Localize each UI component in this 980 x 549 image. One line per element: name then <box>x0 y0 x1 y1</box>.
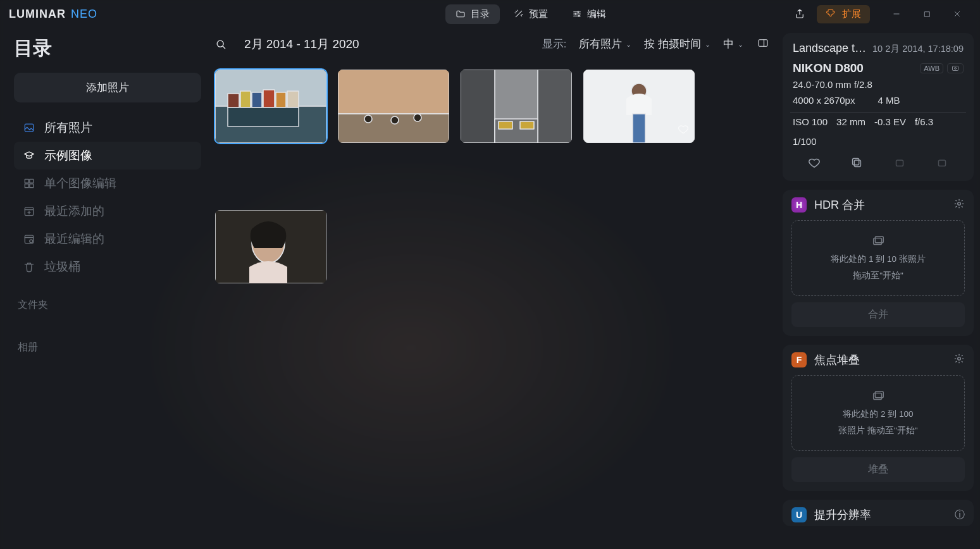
file-size: 4 MB <box>878 95 900 106</box>
white-balance-badge: AWB <box>920 63 943 73</box>
show-filter-dropdown[interactable]: 所有照片⌄ <box>579 37 631 51</box>
window-minimize[interactable] <box>883 4 910 23</box>
sidebar-item-single-edits[interactable]: 单个图像编辑 <box>14 170 201 197</box>
svg-rect-44 <box>939 160 946 166</box>
sidebar-section-albums[interactable]: 相册 <box>18 341 201 354</box>
focus-stack-button[interactable]: 堆叠 <box>791 457 965 482</box>
add-photos-button[interactable]: 添加照片 <box>14 73 201 102</box>
heart-icon[interactable] <box>677 123 690 138</box>
exif-aperture: f/6.3 <box>915 116 933 127</box>
thumb-size-dropdown[interactable]: 中⌄ <box>723 37 743 51</box>
focus-settings-button[interactable] <box>953 353 965 367</box>
sort-dropdown[interactable]: 按 拍摄时间⌄ <box>644 37 710 51</box>
lens-info: 24.0-70.0 mm f/2.8 <box>793 79 964 90</box>
svg-point-11 <box>30 240 33 243</box>
file-name: Landscape tutorial <box>793 42 867 55</box>
content-toolbar: 2月 2014 - 11月 2020 显示: 所有照片⌄ 按 拍摄时间⌄ 中⌄ <box>209 28 779 61</box>
svg-rect-29 <box>461 70 495 143</box>
hdr-merge-button[interactable]: 合并 <box>791 302 965 327</box>
panel-icon <box>756 37 770 49</box>
rotate-right-button[interactable] <box>935 156 949 172</box>
rotate-left-icon <box>893 156 907 170</box>
mode-tabs: 目录 预置 编辑 <box>445 4 616 24</box>
info-icon[interactable]: ⓘ <box>955 509 965 522</box>
focus-stack-panel: F 焦点堆叠 将此处的 2 到 100 张照片 拖动至"开始" 堆叠 <box>783 345 974 491</box>
tab-catalog[interactable]: 目录 <box>445 4 500 24</box>
tab-edit[interactable]: 编辑 <box>562 4 616 24</box>
window-close[interactable] <box>943 4 971 23</box>
thumbnail[interactable] <box>215 210 326 283</box>
date-range: 2月 2014 - 11月 2020 <box>244 36 359 52</box>
upscale-panel: U 提升分辨率 ⓘ <box>783 500 974 526</box>
svg-rect-36 <box>633 114 645 143</box>
grid-icon <box>23 177 35 190</box>
search-button[interactable] <box>211 35 230 54</box>
exif-iso: ISO 100 <box>793 116 828 127</box>
hdr-title: HDR 合并 <box>814 197 946 213</box>
heart-icon <box>807 156 821 170</box>
info-card: Landscape tutorial 10 2月 2014, 17:18:09 … <box>783 33 974 181</box>
rotate-left-button[interactable] <box>893 156 907 172</box>
calendar-edit-icon <box>23 233 35 245</box>
sidebar-item-recently-added[interactable]: 最近添加的 <box>14 197 201 225</box>
puzzle-icon <box>826 8 837 20</box>
svg-rect-16 <box>228 94 239 108</box>
panel-toggle-button[interactable] <box>756 37 770 51</box>
calendar-plus-icon <box>23 205 35 218</box>
svg-point-48 <box>958 357 961 361</box>
show-label: 显示: <box>542 37 567 51</box>
app-logo: LUMINAR NEO <box>9 8 97 21</box>
svg-point-40 <box>955 68 957 70</box>
images-icon <box>871 390 886 404</box>
tab-preset[interactable]: 预置 <box>504 4 558 24</box>
copy-button[interactable] <box>850 156 864 172</box>
thumb-image <box>338 70 449 143</box>
magic-icon <box>514 9 524 19</box>
svg-rect-18 <box>252 92 262 108</box>
thumbnail[interactable] <box>583 70 695 143</box>
inspector-panel: Landscape tutorial 10 2月 2014, 17:18:09 … <box>779 28 980 549</box>
svg-rect-47 <box>875 237 883 243</box>
window-maximize[interactable] <box>913 4 941 23</box>
thumbnail[interactable] <box>338 70 449 143</box>
copy-icon <box>850 156 864 170</box>
svg-rect-22 <box>228 108 299 126</box>
svg-point-45 <box>958 202 961 206</box>
thumbnail[interactable] <box>215 70 326 143</box>
svg-rect-41 <box>855 160 861 166</box>
capture-time: 10 2月 2014, 17:18:09 <box>872 43 964 55</box>
exif-focal: 32 mm <box>836 116 865 127</box>
favorite-button[interactable] <box>807 156 821 172</box>
exif-shutter: 1/100 <box>793 136 817 147</box>
sidebar-item-recently-edited[interactable]: 最近编辑的 <box>14 225 201 253</box>
focus-title: 焦点堆叠 <box>814 352 946 367</box>
svg-point-25 <box>364 115 372 123</box>
svg-rect-49 <box>874 393 882 400</box>
svg-rect-39 <box>953 66 958 71</box>
focus-dropzone[interactable]: 将此处的 2 到 100 张照片 拖动至"开始" <box>791 375 965 451</box>
svg-point-1 <box>575 13 576 15</box>
sidebar-section-folders[interactable]: 文件夹 <box>18 299 201 312</box>
content-area: 2月 2014 - 11月 2020 显示: 所有照片⌄ 按 拍摄时间⌄ 中⌄ <box>209 28 779 549</box>
rotate-right-icon <box>935 156 949 170</box>
thumbnail[interactable] <box>461 70 572 143</box>
thumb-image <box>461 70 572 143</box>
gear-icon <box>953 353 965 364</box>
hdr-settings-button[interactable] <box>953 198 965 212</box>
divider <box>790 112 966 113</box>
thumb-image <box>215 70 326 143</box>
svg-rect-7 <box>25 184 28 188</box>
extensions-button[interactable]: 扩展 <box>817 5 870 23</box>
hdr-dropzone[interactable]: 将此处的 1 到 10 张照片 拖动至"开始" <box>791 220 965 296</box>
sidebar-item-all-photos[interactable]: 所有照片 <box>14 114 201 142</box>
share-button[interactable] <box>789 4 810 23</box>
svg-point-0 <box>578 11 579 13</box>
svg-rect-43 <box>896 160 903 166</box>
sidebar-item-sample-images[interactable]: 示例图像 <box>14 142 201 170</box>
graduation-icon <box>23 149 35 162</box>
svg-point-27 <box>414 114 421 121</box>
svg-rect-50 <box>875 392 883 398</box>
svg-rect-19 <box>263 90 275 108</box>
sidebar-item-trash[interactable]: 垃圾桶 <box>14 253 201 281</box>
titlebar: LUMINAR NEO 目录 预置 编辑 扩展 <box>0 0 980 28</box>
